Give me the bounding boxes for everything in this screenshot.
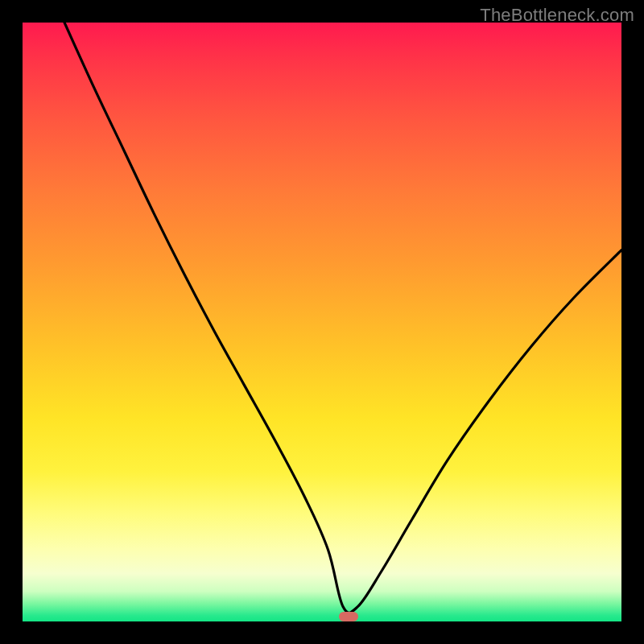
plot-area: [23, 23, 621, 621]
bottleneck-curve: [23, 23, 621, 621]
optimal-point-marker: [339, 612, 358, 621]
chart-frame: TheBottleneck.com: [0, 0, 644, 644]
